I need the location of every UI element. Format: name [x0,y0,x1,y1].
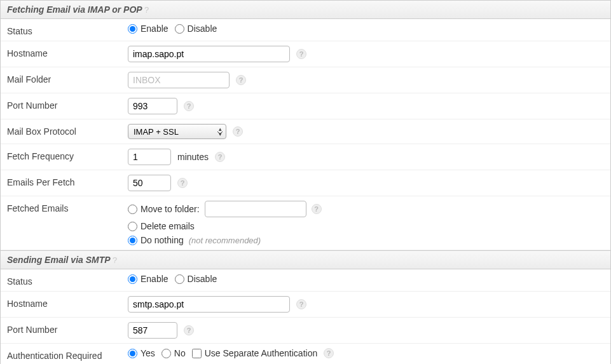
fetch-status-enable-radio[interactable] [128,24,137,34]
help-icon[interactable]: ? [113,255,117,265]
smtp-auth-yes-option[interactable]: Yes [128,348,155,358]
fetch-frequency-row: Fetch Frequency minutes ? [1,144,610,170]
fetch-frequency-unit: minutes [177,152,209,162]
fetched-emails-row: Fetched Emails Move to folder: ? Delete … [1,196,610,250]
help-icon[interactable]: ? [324,348,334,358]
fetch-mailfolder-label: Mail Folder [7,72,128,84]
fetch-status-label: Status [7,24,128,36]
smtp-status-row: Status Enable Disable [1,269,610,292]
smtp-hostname-row: Hostname ? [1,292,610,318]
smtp-status-enable-radio[interactable] [128,274,137,284]
help-icon[interactable]: ? [144,5,149,15]
fetch-perfetch-label: Emails Per Fetch [7,175,128,187]
fetch-frequency-input[interactable] [128,149,171,165]
smtp-auth-no-option[interactable]: No [161,348,186,358]
fetch-port-row: Port Number ? [1,93,610,119]
smtp-auth-row: Authentication Required Yes No Use Separ… [1,344,610,364]
fetch-status-row: Status Enable Disable [1,19,610,41]
fetch-hostname-input[interactable] [128,46,290,62]
fetch-protocol-select[interactable]: IMAP + SSL [128,124,226,139]
fetch-protocol-row: Mail Box Protocol IMAP + SSL ▴▾ ? [1,119,610,144]
fetched-move-radio[interactable] [128,205,137,214]
help-icon[interactable]: ? [215,152,225,162]
smtp-auth-label: Authentication Required [7,348,128,361]
fetch-mailfolder-input[interactable] [128,72,230,88]
fetching-section-title: Fetching Email via IMAP or POP [7,4,142,15]
fetch-status-disable-option[interactable]: Disable [175,24,217,34]
fetching-section-header: Fetching Email via IMAP or POP ? [1,0,610,19]
fetch-port-label: Port Number [7,98,128,111]
sending-section-title: Sending Email via SMTP [7,255,110,265]
fetched-donothing-radio[interactable] [128,236,137,245]
help-icon[interactable]: ? [296,49,306,59]
help-icon[interactable]: ? [184,101,194,111]
smtp-auth-yes-radio[interactable] [128,349,137,358]
fetched-move-folder-input[interactable] [205,201,306,217]
fetch-mailfolder-row: Mail Folder ? [1,67,610,93]
fetched-donothing-option[interactable]: Do nothing [128,235,184,245]
fetched-delete-radio[interactable] [128,222,137,231]
smtp-status-disable-radio[interactable] [175,274,184,284]
smtp-status-label: Status [7,274,128,286]
help-icon[interactable]: ? [233,126,243,137]
fetch-hostname-row: Hostname ? [1,41,610,67]
fetched-move-option[interactable]: Move to folder: [128,204,200,214]
help-icon[interactable]: ? [236,75,246,85]
fetch-status-enable-option[interactable]: Enable [128,24,168,34]
fetch-perfetch-input[interactable] [128,175,171,191]
help-icon[interactable]: ? [184,325,194,335]
fetch-hostname-label: Hostname [7,46,128,58]
smtp-port-label: Port Number [7,322,128,335]
fetch-status-disable-radio[interactable] [175,24,184,34]
smtp-hostname-input[interactable] [128,296,290,313]
help-icon[interactable]: ? [177,178,188,188]
smtp-hostname-label: Hostname [7,296,128,309]
smtp-separate-auth-checkbox[interactable] [192,349,202,358]
fetch-port-input[interactable] [128,98,177,114]
fetch-frequency-label: Fetch Frequency [7,149,128,161]
sending-section-header: Sending Email via SMTP ? [1,250,610,269]
smtp-separate-auth-option[interactable]: Use Separate Authentication [192,348,317,358]
fetch-protocol-label: Mail Box Protocol [7,124,128,137]
fetched-emails-label: Fetched Emails [7,201,128,213]
fetch-perfetch-row: Emails Per Fetch ? [1,170,610,196]
fetched-donothing-note: (not recommended) [189,236,261,245]
fetch-protocol-select-wrap: IMAP + SSL ▴▾ [128,124,226,139]
smtp-port-input[interactable] [128,322,177,339]
smtp-status-disable-option[interactable]: Disable [175,274,217,284]
fetched-delete-option[interactable]: Delete emails [128,221,195,231]
help-icon[interactable]: ? [296,299,306,309]
smtp-port-row: Port Number ? [1,318,610,344]
help-icon[interactable]: ? [312,204,322,214]
smtp-auth-no-radio[interactable] [161,349,171,358]
email-settings-panel: Fetching Email via IMAP or POP ? Status … [0,0,611,364]
smtp-status-enable-option[interactable]: Enable [128,274,168,284]
